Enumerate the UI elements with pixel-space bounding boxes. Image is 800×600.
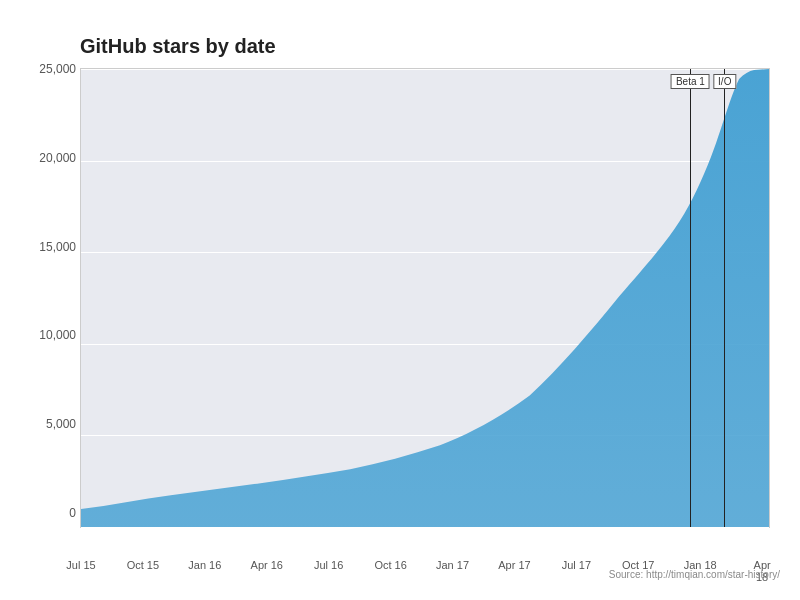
area-fill bbox=[81, 69, 769, 527]
y-label-15000: 15,000 bbox=[16, 240, 76, 254]
grid-line-bottom bbox=[81, 527, 769, 528]
annotation-label-io: I/O bbox=[713, 74, 736, 89]
x-label-oct15: Oct 15 bbox=[127, 559, 159, 571]
y-label-25000: 25,000 bbox=[16, 62, 76, 76]
area-chart-svg bbox=[81, 69, 769, 527]
x-label-jul17: Jul 17 bbox=[562, 559, 591, 571]
annotation-line-io: I/O bbox=[724, 69, 725, 527]
x-label-oct16: Oct 16 bbox=[374, 559, 406, 571]
y-axis-labels: 25,000 20,000 15,000 10,000 5,000 0 bbox=[16, 69, 76, 527]
x-label-jul15: Jul 15 bbox=[66, 559, 95, 571]
y-label-5000: 5,000 bbox=[16, 417, 76, 431]
chart-area: Beta 1 I/O 25,000 20,000 15,000 10,000 5… bbox=[80, 68, 770, 528]
annotation-line-beta1: Beta 1 bbox=[690, 69, 691, 527]
source-text: Source: http://timqian.com/star-history/ bbox=[609, 569, 780, 580]
y-label-0: 0 bbox=[16, 506, 76, 520]
x-label-apr17: Apr 17 bbox=[498, 559, 530, 571]
annotation-label-beta1: Beta 1 bbox=[671, 74, 710, 89]
y-label-20000: 20,000 bbox=[16, 151, 76, 165]
x-label-apr16: Apr 16 bbox=[251, 559, 283, 571]
x-label-jan17: Jan 17 bbox=[436, 559, 469, 571]
y-label-10000: 10,000 bbox=[16, 328, 76, 342]
x-label-jul16: Jul 16 bbox=[314, 559, 343, 571]
chart-container: GitHub stars by date bbox=[10, 15, 790, 585]
chart-title: GitHub stars by date bbox=[80, 35, 770, 58]
x-label-jan16: Jan 16 bbox=[188, 559, 221, 571]
